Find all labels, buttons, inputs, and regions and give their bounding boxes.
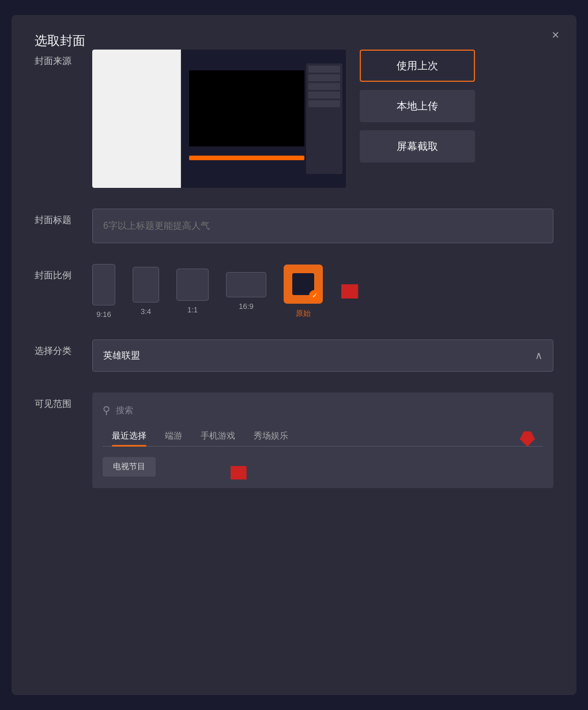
tag-container: 电视节目 ⯀ xyxy=(103,457,543,477)
ratio-label-34: 3:4 xyxy=(141,307,151,316)
select-cover-dialog: 选取封面 × 封面来源 xyxy=(12,15,576,695)
cover-title-content xyxy=(92,209,553,243)
cover-title-label: 封面标题 xyxy=(35,209,92,226)
screenshot-button[interactable]: 屏幕截取 xyxy=(360,130,475,163)
visibility-section: 可见范围 ⚲ 搜索 最近选择 端游 手机游戏 秀场娱乐 ⯂ 电视节目 ⯀ xyxy=(35,392,553,488)
category-label: 选择分类 xyxy=(35,339,92,357)
cover-action-buttons: 使用上次 本地上传 屏幕截取 xyxy=(360,50,475,163)
ratio-box-916 xyxy=(92,264,115,305)
preview-side-item xyxy=(308,83,340,90)
tab-show-entertainment[interactable]: 秀场娱乐 xyxy=(244,426,297,446)
visibility-content: ⚲ 搜索 最近选择 端游 手机游戏 秀场娱乐 ⯂ 电视节目 ⯀ xyxy=(92,392,553,488)
ratio-box-169 xyxy=(226,272,266,297)
local-upload-button[interactable]: 本地上传 xyxy=(360,90,475,122)
cover-source-content: 使用上次 本地上传 屏幕截取 xyxy=(92,50,553,188)
cover-source-row: 使用上次 本地上传 屏幕截取 xyxy=(92,50,553,188)
preview-left-panel xyxy=(92,50,181,188)
preview-side-item xyxy=(308,74,340,81)
preview-screenshot xyxy=(92,50,346,188)
ratio-box-original: ✓ xyxy=(284,265,323,304)
preview-side-item xyxy=(308,92,340,99)
ratio-916[interactable]: 9:16 xyxy=(92,264,115,319)
cover-ratio-section: 封面比例 9:16 3:4 1:1 16:9 xyxy=(35,264,553,319)
ratio-box-34 xyxy=(133,267,159,303)
cover-ratio-label: 封面比例 xyxy=(35,264,92,282)
visibility-tabs-row: 最近选择 端游 手机游戏 秀场娱乐 ⯂ xyxy=(103,426,543,447)
preview-side-panel xyxy=(306,63,342,174)
ratio-34[interactable]: 3:4 xyxy=(133,267,159,316)
cover-title-input[interactable] xyxy=(92,209,553,243)
ratio-original[interactable]: ✓ 原始 xyxy=(284,265,323,319)
preview-progress-bar xyxy=(189,156,304,160)
ratio-check-mark: ✓ xyxy=(309,290,321,301)
tabs-arrow-indicator: ⯂ xyxy=(518,427,537,450)
ratio-box-11 xyxy=(176,269,209,301)
category-selected-value: 英雄联盟 xyxy=(103,350,140,362)
ratio-options-row: 9:16 3:4 1:1 16:9 ✓ xyxy=(92,264,553,319)
search-row: ⚲ 搜索 xyxy=(103,404,543,417)
visibility-label: 可见范围 xyxy=(35,392,92,410)
dialog-title: 选取封面 xyxy=(35,33,85,48)
preview-video-area xyxy=(189,70,304,146)
cover-title-section: 封面标题 xyxy=(35,209,553,243)
cover-ratio-content: 9:16 3:4 1:1 16:9 ✓ xyxy=(92,264,553,319)
ratio-arrow-indicator: ⯀ xyxy=(340,281,361,302)
tag-arrow-indicator: ⯀ xyxy=(229,462,249,484)
tab-pc-game[interactable]: 端游 xyxy=(156,426,191,446)
ratio-11[interactable]: 1:1 xyxy=(176,269,209,314)
visibility-panel: ⚲ 搜索 最近选择 端游 手机游戏 秀场娱乐 ⯂ 电视节目 ⯀ xyxy=(92,392,553,488)
category-section: 选择分类 英雄联盟 ∧ xyxy=(35,339,553,372)
cover-source-label: 封面来源 xyxy=(35,50,92,67)
chevron-up-icon: ∧ xyxy=(535,349,542,362)
category-content: 英雄联盟 ∧ xyxy=(92,339,553,372)
preview-right-panel xyxy=(181,50,346,188)
preview-side-item xyxy=(308,100,340,107)
category-dropdown[interactable]: 英雄联盟 ∧ xyxy=(92,339,553,372)
use-last-button[interactable]: 使用上次 xyxy=(360,50,475,82)
ratio-label-11: 1:1 xyxy=(187,305,198,314)
preview-side-item xyxy=(308,66,340,73)
ratio-label-169: 16:9 xyxy=(239,302,253,311)
cover-source-section: 封面来源 xyxy=(35,50,553,188)
tab-mobile-game[interactable]: 手机游戏 xyxy=(191,426,244,446)
tag-tv-show[interactable]: 电视节目 xyxy=(103,457,156,477)
tab-recent[interactable]: 最近选择 xyxy=(103,426,156,446)
search-placeholder-text: 搜索 xyxy=(116,405,133,416)
search-icon: ⚲ xyxy=(103,404,110,417)
ratio-label-916: 9:16 xyxy=(96,310,111,319)
ratio-169[interactable]: 16:9 xyxy=(226,272,266,311)
ratio-label-original: 原始 xyxy=(296,308,311,319)
cover-preview xyxy=(92,50,346,188)
close-button[interactable]: × xyxy=(552,29,559,41)
